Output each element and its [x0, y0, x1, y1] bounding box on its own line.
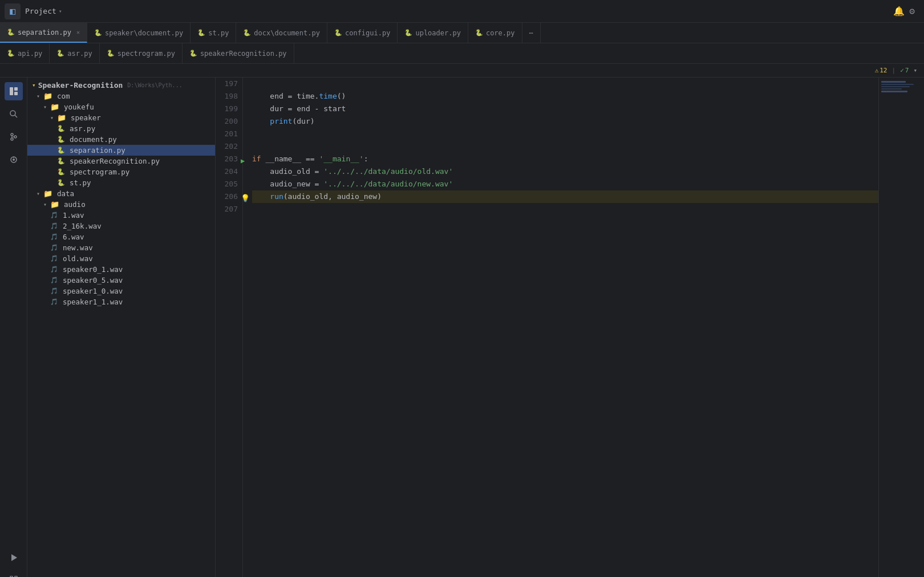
sidebar-item-speakerRecognition-py[interactable]: 🐍 speakerRecognition.py — [27, 156, 215, 166]
tab-icon-configui: 🐍 — [334, 29, 342, 36]
sidebar-item-audio[interactable]: ▾ 📁 audio — [27, 199, 215, 210]
line-num-205: 205 — [218, 178, 238, 190]
tab-close-separation[interactable]: ✕ — [76, 29, 80, 35]
sidebar-item-speaker1_0-wav[interactable]: 🎵 speaker1_0.wav — [27, 286, 215, 296]
code-line-198: end = time.time() — [252, 90, 878, 103]
file-tab-uploader[interactable]: 🐍uploader.py — [398, 23, 468, 43]
sidebar-item-old-wav[interactable]: 🎵 old.wav — [27, 253, 215, 264]
tab2-label-asr: asr.py — [67, 50, 92, 58]
top-bar: ◧ Project ▾ 🔔 ⚙ — [0, 0, 924, 23]
folder-chevron-icon: ▾ — [37, 190, 40, 197]
code-token: (dur) — [292, 115, 314, 128]
explorer-icon[interactable] — [5, 82, 23, 100]
file-label: document.py — [70, 135, 117, 144]
file-tab2-api[interactable]: 🐍api.py — [0, 43, 50, 63]
tab2-icon-speakerRecognition: 🐍 — [189, 50, 197, 57]
file-tree: ▾ Speaker-Recognition D:\Works\Pyth...▾ … — [27, 78, 216, 577]
tab-label-st: st.py — [208, 29, 229, 37]
run-line-icon[interactable]: ▶ — [241, 155, 245, 167]
folder-icon: 📁 — [43, 92, 52, 100]
code-editor-area: 197198199200201202203204205206207 end = … — [216, 78, 878, 577]
code-line-201 — [252, 128, 878, 140]
folder-chevron-icon: ▾ — [43, 104, 47, 110]
sidebar-item-spectrogram-py[interactable]: 🐍 spectrogram.py — [27, 166, 215, 177]
py-file-icon: 🐍 — [57, 136, 65, 143]
run-debug-icon[interactable] — [5, 548, 23, 567]
git-branch-icon[interactable] — [5, 571, 23, 577]
svg-rect-1 — [14, 87, 18, 91]
code-token: '../../../data/audio/new.wav' — [323, 178, 453, 190]
search-icon[interactable]: ⚙ — [909, 6, 915, 17]
wav-file-icon: 🎵 — [50, 287, 58, 295]
code-editor[interactable]: 197198199200201202203204205206207 end = … — [216, 78, 878, 577]
sidebar-item-1-wav[interactable]: 🎵 1.wav — [27, 210, 215, 221]
error-count: 7 — [905, 67, 909, 74]
tab-icon-speakerDocument: 🐍 — [94, 29, 102, 36]
line-num-199: 199 — [218, 103, 238, 115]
tab-label-uploader: uploader.py — [415, 29, 460, 37]
code-line-197 — [252, 78, 878, 90]
code-line-207 — [252, 203, 878, 216]
folder-icon: 📁 — [50, 103, 59, 111]
code-token — [252, 190, 270, 203]
file-tab-core[interactable]: 🐍core.py — [468, 23, 522, 43]
tab-label-speakerDocument: speaker\document.py — [105, 29, 183, 37]
code-line-204: audio_old = '../../../data/audio/old.wav… — [252, 165, 878, 178]
file-tab-docxDocument[interactable]: 🐍docx\document.py — [236, 23, 327, 43]
file-tab-configui[interactable]: 🐍configui.py — [327, 23, 398, 43]
code-content: end = time.time() dur = end - start prin… — [243, 78, 878, 577]
file-tab2-spectrogram[interactable]: 🐍spectrogram.py — [100, 43, 183, 63]
py-file-icon: 🐍 — [57, 125, 65, 132]
project-name: Project — [25, 7, 56, 15]
sidebar-item-data[interactable]: ▾ 📁 data — [27, 188, 215, 199]
bulb-icon[interactable]: 💡 — [241, 192, 250, 205]
sidebar-item-st-py[interactable]: 🐍 st.py — [27, 177, 215, 188]
code-token: = — [310, 178, 323, 190]
code-token: time — [297, 90, 314, 103]
file-tab2-asr[interactable]: 🐍asr.py — [50, 43, 99, 63]
tab-icon-core: 🐍 — [475, 29, 483, 36]
sidebar-item-separation-py[interactable]: 🐍 separation.py — [27, 145, 215, 156]
sidebar-item-youkefu[interactable]: ▾ 📁 youkefu — [27, 101, 215, 112]
tab2-icon-spectrogram: 🐍 — [107, 50, 115, 57]
sidebar-item-new-wav[interactable]: 🎵 new.wav — [27, 242, 215, 253]
folder-label: speaker — [71, 113, 101, 122]
line-num-201: 201 — [218, 128, 238, 140]
file-tab-separation[interactable]: 🐍separation.py✕ — [0, 23, 87, 43]
code-token: = — [283, 103, 297, 115]
debug-icon[interactable] — [5, 151, 23, 169]
folder-chevron-icon: ▾ — [43, 201, 47, 208]
project-header[interactable]: ▾ Speaker-Recognition D:\Works\Pyth... — [27, 80, 215, 91]
sidebar-item-6-wav[interactable]: 🎵 6.wav — [27, 231, 215, 242]
project-menu[interactable]: Project ▾ — [25, 7, 62, 15]
project-name-label: Speaker-Recognition — [38, 81, 123, 90]
project-path: D:\Works\Pyth... — [127, 82, 182, 88]
git-icon[interactable] — [5, 128, 23, 146]
line-num-202: 202 — [218, 140, 238, 153]
file-tab-speakerDocument[interactable]: 🐍speaker\document.py — [87, 23, 191, 43]
code-token: audio_old — [252, 165, 310, 178]
file-tab2-speakerRecognition[interactable]: 🐍speakerRecognition.py — [183, 43, 294, 63]
sidebar-item-document-py[interactable]: 🐍 document.py — [27, 134, 215, 145]
tab2-label-speakerRecognition: speakerRecognition.py — [200, 50, 287, 58]
search-action-icon[interactable] — [5, 105, 23, 123]
folder-chevron-icon: ▾ — [50, 115, 54, 121]
tab-label-more: ⋯ — [529, 29, 533, 37]
sidebar-item-speaker[interactable]: ▾ 📁 speaker — [27, 112, 215, 123]
warning-count: 12 — [880, 67, 887, 74]
wav-file-icon: 🎵 — [50, 244, 58, 251]
code-token: - — [310, 103, 323, 115]
sidebar-item-2_16k-wav[interactable]: 🎵 2_16k.wav — [27, 221, 215, 231]
folder-label: com — [57, 92, 70, 100]
sidebar-item-speaker0_1-wav[interactable]: 🎵 speaker0_1.wav — [27, 264, 215, 275]
sidebar-item-speaker1_1-wav[interactable]: 🎵 speaker1_1.wav — [27, 296, 215, 307]
sidebar-item-speaker0_5-wav[interactable]: 🎵 speaker0_5.wav — [27, 275, 215, 286]
notifications-icon[interactable]: 🔔 — [893, 6, 905, 17]
file-tab-more[interactable]: ⋯ — [522, 23, 541, 43]
code-token: () — [337, 90, 346, 103]
wav-file-icon: 🎵 — [50, 212, 58, 219]
sidebar-item-com[interactable]: ▾ 📁 com — [27, 91, 215, 101]
sidebar-item-asr-py[interactable]: 🐍 asr.py — [27, 123, 215, 134]
file-label: speaker0_5.wav — [63, 276, 123, 285]
file-tab-st[interactable]: 🐍st.py — [191, 23, 236, 43]
